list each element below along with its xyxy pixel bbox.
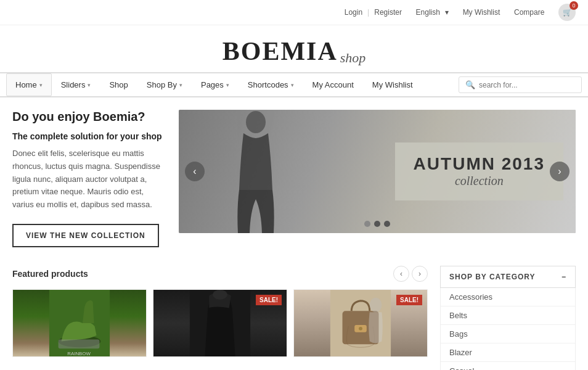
shortcodes-chevron-icon: ▾ xyxy=(291,82,294,88)
shopby-chevron-icon: ▾ xyxy=(179,82,182,88)
hero-heading: Do you enjoy Boemia? xyxy=(12,110,166,124)
featured-title: Featured products xyxy=(12,269,88,279)
language-selector[interactable]: English xyxy=(416,8,440,17)
product-card-2[interactable]: Sale! xyxy=(153,289,287,357)
sep3 xyxy=(454,8,458,17)
category-collapse-icon: − xyxy=(561,273,566,281)
category-item-casual[interactable]: Casual xyxy=(441,362,575,370)
sliders-chevron-icon: ▾ xyxy=(88,82,91,88)
sep4 xyxy=(505,8,509,17)
login-link[interactable]: Login xyxy=(345,8,362,17)
slider-dot-1[interactable] xyxy=(364,221,370,227)
slider-next-button[interactable]: › xyxy=(550,162,570,181)
sale-badge-3: Sale! xyxy=(396,295,422,305)
sale-badge-2: Sale! xyxy=(256,295,282,305)
svg-rect-3 xyxy=(59,339,100,348)
cart-button[interactable]: 🛒 0 xyxy=(558,4,576,21)
featured-header: Featured products ‹ › xyxy=(12,266,428,282)
slider-dots xyxy=(364,221,390,227)
register-link[interactable]: Register xyxy=(374,8,402,17)
featured-next-button[interactable]: › xyxy=(412,266,428,282)
featured-area: Featured products ‹ › RAINBOW xyxy=(12,266,428,370)
logo-bar: BOEMIAshop xyxy=(0,25,588,72)
nav-items: Home ▾ Sliders ▾ Shop Shop By ▾ Pages ▾ … xyxy=(6,73,452,96)
svg-text:RAINBOW: RAINBOW xyxy=(67,351,91,356)
search-icon: 🔍 xyxy=(465,80,475,89)
category-header-label: SHOP BY CATEGORY xyxy=(449,273,536,281)
category-header[interactable]: SHOP BY CATEGORY − xyxy=(440,266,576,288)
slider-dot-2[interactable] xyxy=(374,221,380,227)
category-list: Accessories Belts Bags Blazer Casual Déc… xyxy=(440,288,576,370)
nav-item-sliders[interactable]: Sliders ▾ xyxy=(52,73,100,96)
hero-slider: AUTUMN 2013 collection ‹ › xyxy=(179,110,576,233)
cart-badge: 0 xyxy=(570,1,578,10)
home-chevron-icon: ▾ xyxy=(39,82,43,88)
product-image-1: RAINBOW xyxy=(13,290,146,356)
category-item-belts[interactable]: Belts xyxy=(441,306,575,325)
product-card-3[interactable]: Sale! xyxy=(293,289,428,357)
slider-title: AUTUMN 2013 xyxy=(414,155,545,174)
slider-prev-button[interactable]: ‹ xyxy=(185,162,205,181)
wishlist-link[interactable]: My Wishlist xyxy=(463,8,500,17)
category-item-blazer[interactable]: Blazer xyxy=(441,343,575,362)
search-input[interactable] xyxy=(479,81,575,89)
sep2 xyxy=(407,8,411,17)
slider-text-block: AUTUMN 2013 collection xyxy=(395,142,563,200)
lang-chevron: ▾ xyxy=(445,8,449,17)
svg-point-0 xyxy=(246,111,266,133)
hero-subheading: The complete solution for your shop xyxy=(12,131,166,141)
nav-item-myaccount[interactable]: My Account xyxy=(303,73,363,96)
main-content: Do you enjoy Boemia? The complete soluti… xyxy=(0,97,588,247)
shoe-image: RAINBOW xyxy=(13,290,146,356)
view-collection-button[interactable]: VIEW THE NEW COLLECTION xyxy=(12,224,159,247)
nav-item-pages[interactable]: Pages ▾ xyxy=(192,73,239,96)
top-bar: Login | Register English ▾ My Wishlist C… xyxy=(0,0,588,25)
nav-item-shop[interactable]: Shop xyxy=(100,73,137,96)
svg-point-11 xyxy=(370,298,382,313)
svg-point-10 xyxy=(359,327,362,331)
nav-item-home[interactable]: Home ▾ xyxy=(6,73,52,96)
search-bar: 🔍 xyxy=(459,76,582,93)
sep5 xyxy=(549,8,553,17)
svg-point-6 xyxy=(213,290,227,300)
nav-item-mywishlist[interactable]: My Wishlist xyxy=(363,73,422,96)
product-card-1[interactable]: RAINBOW xyxy=(12,289,147,357)
cart-icon: 🛒 xyxy=(563,8,572,17)
category-item-bags[interactable]: Bags xyxy=(441,325,575,343)
nav-item-shopby[interactable]: Shop By ▾ xyxy=(137,73,192,96)
products-grid: RAINBOW Sale! Sale! xyxy=(12,289,428,357)
left-panel: Do you enjoy Boemia? The complete soluti… xyxy=(12,110,166,247)
nav-item-shortcodes[interactable]: Shortcodes ▾ xyxy=(239,73,303,96)
compare-link[interactable]: Compare xyxy=(514,8,544,17)
slider-dot-3[interactable] xyxy=(384,221,390,227)
featured-prev-button[interactable]: ‹ xyxy=(393,266,409,282)
category-panel: SHOP BY CATEGORY − Accessories Belts Bag… xyxy=(440,266,576,370)
category-item-accessories[interactable]: Accessories xyxy=(441,288,575,306)
bottom-section: Featured products ‹ › RAINBOW xyxy=(0,253,588,370)
nav-bar: Home ▾ Sliders ▾ Shop Shop By ▾ Pages ▾ … xyxy=(0,72,588,97)
woman-silhouette xyxy=(228,110,284,233)
featured-nav: ‹ › xyxy=(393,266,428,282)
hero-body: Donec elit felis, scelerisque eu mattis … xyxy=(12,147,166,212)
sep: | xyxy=(367,8,369,17)
logo-main[interactable]: BOEMIA xyxy=(223,37,338,65)
logo-shop: shop xyxy=(340,50,366,65)
pages-chevron-icon: ▾ xyxy=(226,82,229,88)
slider-subtitle: collection xyxy=(414,174,545,188)
